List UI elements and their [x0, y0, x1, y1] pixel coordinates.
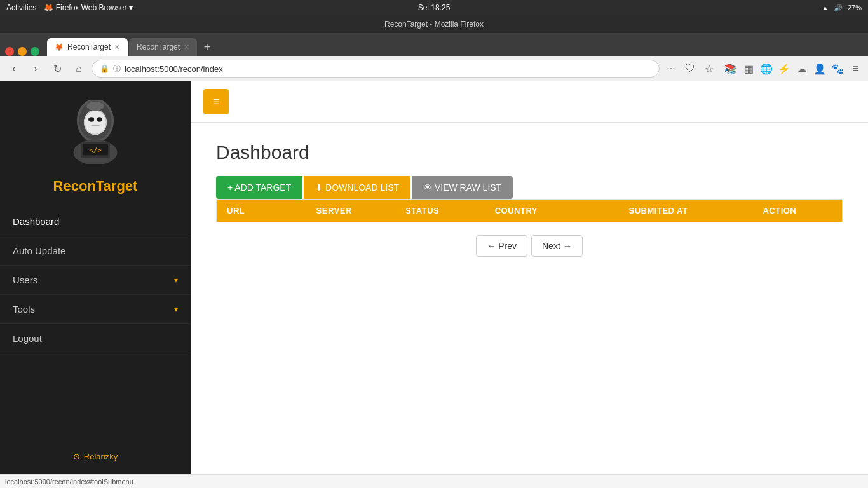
svg-point-11 [86, 102, 104, 111]
os-bar: Activities 🦊 Firefox Web Browser ▾ Sel 1… [0, 0, 868, 15]
col-submitted: SUBMITED AT [619, 200, 753, 222]
top-bar: ≡ [191, 81, 868, 123]
address-bar[interactable]: 🔒 ⓘ localhost:5000/recon/index [92, 60, 660, 78]
wifi-icon: ▲ [822, 4, 829, 11]
volume-icon: 🔊 [834, 4, 843, 12]
ext3-icon[interactable]: ☁ [794, 61, 810, 76]
tab1-label: ReconTarget [67, 43, 111, 51]
os-bar-right: ▲ 🔊 27% [822, 4, 862, 12]
app-layout: </> ReconTarget Dashboard Auto Update Us… [0, 81, 868, 474]
view-raw-btn[interactable]: 👁 VIEW RAW LIST [412, 176, 513, 199]
tab-2[interactable]: ReconTarget ✕ [129, 38, 197, 56]
prev-btn[interactable]: ← Prev [476, 235, 527, 257]
pocket-icon[interactable]: 🛡 [682, 61, 698, 76]
pagination: ← Prev Next → [216, 222, 843, 269]
close-window-btn[interactable] [5, 47, 14, 56]
page-title: Dashboard [216, 142, 843, 163]
sidebar-footer: ⊙ Relarizky [73, 439, 118, 461]
library-icon[interactable]: 📚 [723, 61, 738, 76]
col-url: URL [217, 200, 306, 222]
svg-point-4 [88, 117, 94, 121]
sidebar-item-logout-label: Logout [13, 333, 42, 344]
profile-icon[interactable]: 👤 [812, 61, 827, 76]
firefox-label: 🦊 Firefox Web Browser ▾ [44, 3, 133, 12]
home-btn[interactable]: ⌂ [70, 60, 88, 78]
sidebar: </> ReconTarget Dashboard Auto Update Us… [0, 81, 191, 474]
browser-chrome: ReconTarget - Mozilla Firefox 🦊 ReconTar… [0, 15, 868, 81]
menu-icon[interactable]: ≡ [848, 61, 863, 76]
status-bar: localhost:5000/recon/index#toolSubmenu [0, 474, 868, 488]
col-server: SERVER [306, 200, 396, 222]
download-list-btn[interactable]: ⬇ DOWNLOAD LIST [304, 176, 410, 199]
sidebar-item-autoupdate[interactable]: Auto Update [0, 236, 191, 266]
sidebar-item-autoupdate-label: Auto Update [13, 245, 65, 256]
tab-1[interactable]: 🦊 ReconTarget ✕ [47, 38, 128, 56]
sidebar-item-users[interactable]: Users ▾ [0, 266, 191, 295]
menu-toggle-btn[interactable]: ≡ [203, 89, 229, 114]
main-content: ≡ Dashboard + ADD TARGET ⬇ DOWNLOAD LIST… [191, 81, 868, 474]
tab2-label: ReconTarget [137, 43, 180, 51]
ext2-icon[interactable]: ⚡ [776, 61, 792, 76]
back-btn[interactable]: ‹ [5, 60, 23, 78]
ext1-icon[interactable]: 🌐 [759, 61, 774, 76]
os-bar-left: Activities 🦊 Firefox Web Browser ▾ [6, 3, 133, 12]
sidebar-logo: </> [0, 81, 191, 170]
data-table: URL SERVER STATUS COUNTRY SUBMITED AT AC… [216, 199, 843, 222]
users-arrow-icon: ▾ [174, 276, 178, 285]
add-target-btn[interactable]: + ADD TARGET [216, 176, 302, 199]
minimize-window-btn[interactable] [18, 47, 27, 56]
new-tab-btn[interactable]: + [198, 38, 216, 56]
nav-bar: ‹ › ↻ ⌂ 🔒 ⓘ localhost:5000/recon/index ·… [0, 56, 868, 81]
os-bar-time: Sel 18:25 [418, 3, 451, 12]
sidebar-toggle[interactable]: ▦ [741, 61, 756, 76]
refresh-btn[interactable]: ↻ [48, 60, 66, 78]
sidebar-item-users-label: Users [13, 274, 37, 285]
status-url: localhost:5000/recon/index#toolSubmenu [5, 478, 133, 485]
sidebar-item-dashboard-label: Dashboard [13, 216, 59, 227]
sidebar-nav: Dashboard Auto Update Users ▾ Tools ▾ Lo… [0, 207, 191, 439]
col-action: ACTION [752, 200, 842, 222]
svg-point-3 [85, 111, 106, 133]
action-buttons: + ADD TARGET ⬇ DOWNLOAD LIST 👁 VIEW RAW … [216, 176, 843, 199]
battery-label: 27% [848, 4, 862, 11]
tab1-close[interactable]: ✕ [114, 43, 120, 51]
sidebar-item-tools-label: Tools [13, 304, 35, 315]
tab-bar: 🦊 ReconTarget ✕ ReconTarget ✕ + [0, 33, 868, 56]
github-icon: ⊙ [73, 452, 80, 461]
sidebar-item-tools[interactable]: Tools ▾ [0, 295, 191, 324]
browser-title: ReconTarget - Mozilla Firefox [384, 20, 484, 29]
ext4-icon[interactable]: 🐾 [830, 61, 845, 76]
col-status: STATUS [395, 200, 485, 222]
nav-icons: ··· 🛡 ☆ [663, 61, 717, 76]
tab2-close[interactable]: ✕ [184, 43, 189, 51]
svg-text:</>: </> [89, 146, 102, 154]
sidebar-brand: ReconTarget [53, 178, 138, 194]
url-text: localhost:5000/recon/index [125, 64, 223, 74]
maximize-window-btn[interactable] [31, 47, 39, 56]
footer-label[interactable]: Relarizky [84, 452, 118, 461]
hamburger-icon: ≡ [213, 95, 220, 109]
forward-btn[interactable]: › [27, 60, 44, 78]
more-btn[interactable]: ··· [663, 61, 679, 76]
bookmark-icon[interactable]: ☆ [702, 61, 717, 76]
sidebar-item-dashboard[interactable]: Dashboard [0, 207, 191, 236]
next-btn[interactable]: Next → [531, 235, 583, 257]
title-bar: ReconTarget - Mozilla Firefox [0, 15, 868, 33]
hacker-avatar-icon: </> [64, 100, 127, 164]
sidebar-item-logout[interactable]: Logout [0, 324, 191, 353]
table-header: URL SERVER STATUS COUNTRY SUBMITED AT AC… [217, 200, 842, 222]
svg-point-5 [97, 117, 102, 121]
col-country: COUNTRY [485, 200, 619, 222]
content-area: Dashboard + ADD TARGET ⬇ DOWNLOAD LIST 👁… [191, 123, 868, 474]
tools-arrow-icon: ▾ [174, 305, 178, 314]
activities-label[interactable]: Activities [6, 3, 36, 12]
